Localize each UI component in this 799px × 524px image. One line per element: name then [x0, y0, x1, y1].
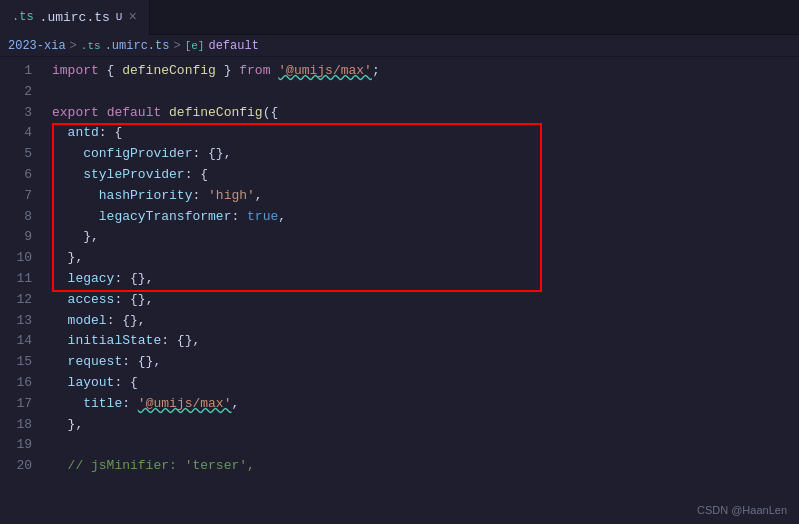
tab-filename: .umirc.ts [40, 10, 110, 25]
code-line: model: {}, [52, 311, 799, 332]
breadcrumb-symbol-icon: [e] [185, 40, 205, 52]
code-line: layout: { [52, 373, 799, 394]
code-line: hashPriority: 'high', [52, 186, 799, 207]
code-line [52, 82, 799, 103]
watermark: CSDN @HaanLen [697, 504, 787, 516]
file-type-icon: .ts [12, 10, 34, 24]
tab-close-button[interactable]: × [128, 9, 136, 25]
active-tab[interactable]: .ts .umirc.ts U × [0, 0, 150, 35]
code-line: configProvider: {}, [52, 144, 799, 165]
code-line: }, [52, 227, 799, 248]
code-editor: 1234567891011121314151617181920 import {… [0, 57, 799, 524]
breadcrumb-file-icon: .ts [81, 40, 101, 52]
breadcrumb-sep2: > [173, 39, 180, 53]
tab-modified-badge: U [116, 11, 123, 23]
code-line: request: {}, [52, 352, 799, 373]
breadcrumb-symbol: default [208, 39, 258, 53]
code-line: }, [52, 415, 799, 436]
tab-bar: .ts .umirc.ts U × [0, 0, 799, 35]
breadcrumb-folder: 2023-xia [8, 39, 66, 53]
line-numbers: 1234567891011121314151617181920 [0, 57, 40, 524]
code-line: styleProvider: { [52, 165, 799, 186]
breadcrumb: 2023-xia > .ts .umirc.ts > [e] default [0, 35, 799, 57]
breadcrumb-filename: .umirc.ts [105, 39, 170, 53]
code-line: access: {}, [52, 290, 799, 311]
code-area: 1234567891011121314151617181920 import {… [0, 57, 799, 524]
code-line [52, 435, 799, 456]
code-line: initialState: {}, [52, 331, 799, 352]
code-line: antd: { [52, 123, 799, 144]
breadcrumb-sep1: > [70, 39, 77, 53]
code-content[interactable]: import { defineConfig } from '@umijs/max… [40, 57, 799, 524]
code-line: import { defineConfig } from '@umijs/max… [52, 61, 799, 82]
code-line: legacyTransformer: true, [52, 207, 799, 228]
code-line: }, [52, 248, 799, 269]
code-line: // jsMinifier: 'terser', [52, 456, 799, 477]
code-line: legacy: {}, [52, 269, 799, 290]
code-line: title: '@umijs/max', [52, 394, 799, 415]
code-line: export default defineConfig({ [52, 103, 799, 124]
